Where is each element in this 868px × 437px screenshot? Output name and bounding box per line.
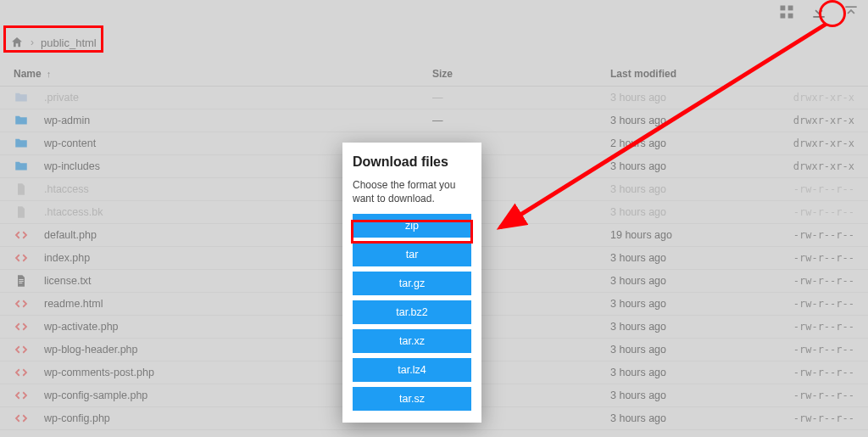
svg-rect-0 xyxy=(781,6,786,11)
grid-view-icon[interactable] xyxy=(778,3,795,20)
file-permissions: -rw-r--r-- xyxy=(771,298,868,310)
download-dialog: Download files Choose the format you wan… xyxy=(342,143,481,423)
file-name: wp-blog-header.php xyxy=(34,344,138,356)
file-name: wp-activate.php xyxy=(34,321,119,333)
table-row[interactable]: .private—3 hours agodrwxr-xr-x xyxy=(0,87,868,109)
dialog-subtitle: Choose the format you want to download. xyxy=(353,178,471,205)
folder-icon xyxy=(14,113,29,128)
file-name: wp-comments-post.php xyxy=(34,367,154,378)
file-name: .private xyxy=(34,92,79,104)
file-name: index.php xyxy=(34,252,90,264)
file-permissions: -rw-r--r-- xyxy=(771,412,868,424)
file-permissions: -rw-r--r-- xyxy=(771,275,868,287)
breadcrumb: › public_html xyxy=(10,36,97,49)
file-permissions: drwxr-xr-x xyxy=(771,160,868,172)
file-name: wp-config-sample.php xyxy=(34,389,147,401)
file-modified: 3 hours ago xyxy=(610,367,771,378)
file-modified: 3 hours ago xyxy=(610,160,771,172)
svg-rect-2 xyxy=(781,14,786,19)
format-option-tar-xz[interactable]: tar.xz xyxy=(353,329,471,353)
file-permissions: drwxr-xr-x xyxy=(771,137,868,149)
file-modified: 3 hours ago xyxy=(610,344,771,356)
folder-icon xyxy=(14,90,29,105)
format-option-tar-sz[interactable]: tar.sz xyxy=(353,387,471,411)
file-modified: 3 hours ago xyxy=(610,275,771,287)
file-permissions: -rw-r--r-- xyxy=(771,183,868,195)
format-option-tar-lz4[interactable]: tar.lz4 xyxy=(353,358,471,382)
file-icon xyxy=(14,182,29,197)
breadcrumb-current[interactable]: public_html xyxy=(41,36,97,49)
col-header-size[interactable]: Size xyxy=(432,68,610,80)
file-name: readme.html xyxy=(34,298,103,310)
file-permissions: drwxr-xr-x xyxy=(771,92,868,104)
file-modified: 3 hours ago xyxy=(610,412,771,424)
textfile-icon xyxy=(14,273,29,289)
file-modified: 3 hours ago xyxy=(610,206,771,218)
file-modified: 3 hours ago xyxy=(610,321,771,333)
file-size: — xyxy=(432,115,610,126)
format-option-tar-bz2[interactable]: tar.bz2 xyxy=(353,300,471,324)
table-row[interactable]: wp-cron.php3 hours ago-rw-r--r-- xyxy=(0,430,868,437)
file-icon xyxy=(14,204,29,220)
code-icon xyxy=(14,342,29,357)
file-name: .htaccess.bk xyxy=(34,206,103,218)
file-permissions: -rw-r--r-- xyxy=(771,206,868,218)
dialog-title: Download files xyxy=(353,154,471,170)
file-permissions: -rw-r--r-- xyxy=(771,344,868,356)
file-size: — xyxy=(432,92,610,104)
format-option-tar-gz[interactable]: tar.gz xyxy=(353,272,471,295)
code-icon xyxy=(14,388,29,403)
file-modified: 3 hours ago xyxy=(610,92,771,104)
format-option-zip[interactable]: zip xyxy=(353,214,471,238)
file-permissions: -rw-r--r-- xyxy=(771,321,868,333)
download-icon[interactable] xyxy=(810,3,827,20)
file-permissions: drwxr-xr-x xyxy=(771,115,868,126)
file-modified: 3 hours ago xyxy=(610,252,771,264)
col-header-modified[interactable]: Last modified xyxy=(610,68,771,80)
code-icon xyxy=(14,296,29,311)
file-permissions: -rw-r--r-- xyxy=(771,389,868,401)
code-icon xyxy=(14,250,29,266)
file-modified: 3 hours ago xyxy=(610,298,771,310)
file-permissions: -rw-r--r-- xyxy=(771,367,868,378)
code-icon xyxy=(14,434,29,437)
svg-rect-5 xyxy=(19,281,23,282)
file-name: wp-includes xyxy=(34,160,100,172)
file-modified: 3 hours ago xyxy=(610,115,771,126)
file-name: wp-content xyxy=(34,137,96,149)
upload-icon[interactable] xyxy=(843,3,860,20)
svg-rect-1 xyxy=(788,6,793,11)
table-header: Name ↑ Size Last modified xyxy=(0,61,868,87)
folder-icon xyxy=(14,159,29,174)
code-icon xyxy=(14,411,29,426)
file-modified: 19 hours ago xyxy=(610,229,771,241)
file-name: license.txt xyxy=(34,275,92,287)
file-permissions: -rw-r--r-- xyxy=(771,252,868,264)
svg-rect-3 xyxy=(788,14,793,19)
file-permissions: -rw-r--r-- xyxy=(771,229,868,241)
sort-arrow-icon: ↑ xyxy=(47,69,52,79)
home-icon[interactable] xyxy=(10,36,24,49)
format-option-tar[interactable]: tar xyxy=(353,243,471,266)
code-icon xyxy=(14,227,29,243)
file-name: wp-config.php xyxy=(34,412,110,424)
chevron-right-icon: › xyxy=(31,36,34,48)
table-row[interactable]: wp-admin—3 hours agodrwxr-xr-x xyxy=(0,109,868,132)
top-toolbar xyxy=(778,0,860,24)
code-icon xyxy=(14,365,29,380)
svg-rect-4 xyxy=(19,279,23,280)
col-header-name[interactable]: Name ↑ xyxy=(0,68,432,80)
file-name: wp-admin xyxy=(34,115,90,126)
file-name: default.php xyxy=(34,229,97,241)
svg-rect-6 xyxy=(19,283,22,283)
folder-icon xyxy=(14,136,29,151)
file-modified: 2 hours ago xyxy=(610,137,771,149)
code-icon xyxy=(14,319,29,334)
file-name: .htaccess xyxy=(34,183,89,195)
file-modified: 3 hours ago xyxy=(610,183,771,195)
file-modified: 3 hours ago xyxy=(610,389,771,401)
